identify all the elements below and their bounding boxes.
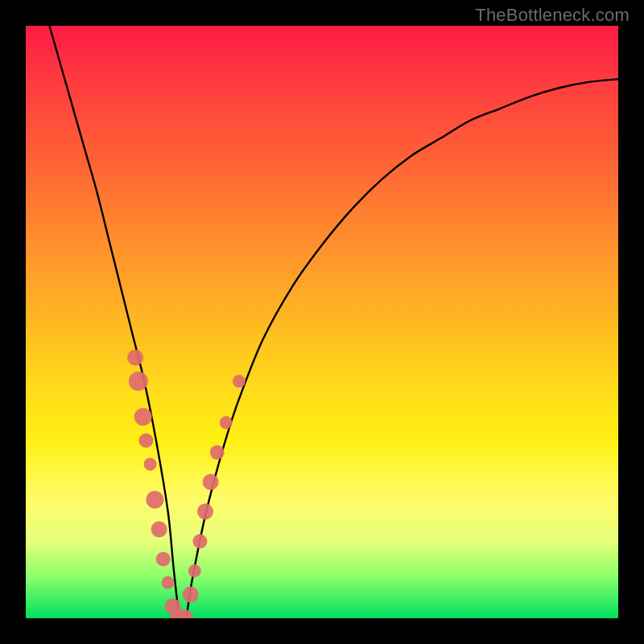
- highlight-point: [138, 433, 153, 448]
- highlight-point: [134, 408, 152, 426]
- highlight-point: [233, 375, 246, 388]
- highlight-point: [129, 372, 148, 391]
- highlight-point: [151, 522, 167, 538]
- bottleneck-curve-path: [49, 26, 618, 618]
- highlight-point: [220, 416, 233, 429]
- highlight-point: [146, 491, 163, 509]
- highlight-point: [156, 551, 171, 566]
- highlight-point: [197, 504, 213, 520]
- highlight-point: [162, 576, 175, 589]
- highlight-markers: [127, 349, 246, 618]
- highlight-point: [127, 349, 143, 365]
- attribution-watermark: TheBottleneck.com: [475, 5, 630, 26]
- chart-frame: TheBottleneck.com: [0, 0, 644, 644]
- highlight-point: [188, 564, 201, 577]
- highlight-point: [192, 534, 207, 548]
- highlight-point: [144, 458, 157, 471]
- highlight-point: [183, 587, 199, 603]
- highlight-point: [210, 445, 225, 460]
- chart-svg: [26, 26, 618, 618]
- highlight-point: [203, 474, 219, 490]
- plot-area: [26, 26, 618, 618]
